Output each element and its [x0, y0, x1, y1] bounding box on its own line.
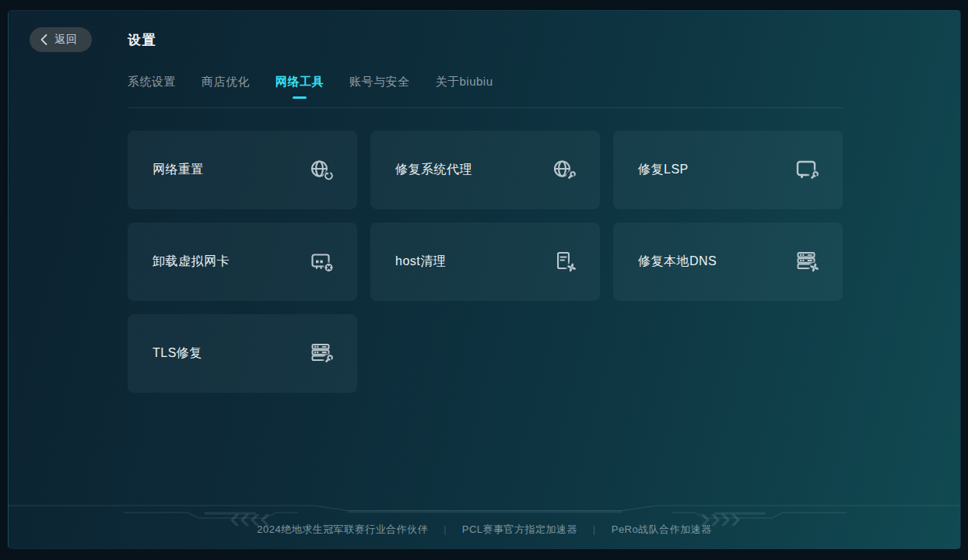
- card-label: 卸载虚拟网卡: [153, 254, 230, 270]
- footer-separator: |: [444, 524, 447, 535]
- tab-label: 账号与安全: [349, 75, 410, 89]
- card-label: 修复LSP: [638, 162, 689, 178]
- card-label: TLS修复: [153, 345, 202, 362]
- active-tab-underline: [373, 96, 387, 99]
- tab-store-optimization[interactable]: 商店优化: [202, 75, 250, 99]
- footer-partner-item: PeRo战队合作加速器: [612, 523, 712, 537]
- tab-network-tools[interactable]: 网络工具: [275, 75, 324, 99]
- footer-partner-item: PCL赛事官方指定加速器: [462, 523, 577, 537]
- card-label: 修复本地DNS: [638, 254, 717, 270]
- footer: 2024绝地求生冠军联赛行业合作伙伴 | PCL赛事官方指定加速器 | PeRo…: [9, 500, 960, 548]
- card-fix-system-proxy[interactable]: 修复系统代理: [370, 131, 600, 209]
- active-tab-underline: [145, 96, 159, 99]
- tab-label: 系统设置: [128, 75, 176, 89]
- tab-label: 商店优化: [202, 75, 250, 89]
- page-title: 设置: [128, 31, 156, 49]
- server-wrench-icon: [309, 341, 335, 366]
- document-clean-icon: [552, 250, 578, 275]
- card-host-cleanup[interactable]: host清理: [370, 222, 600, 301]
- monitor-wrench-icon: [794, 158, 821, 183]
- card-fix-local-dns[interactable]: 修复本地DNS: [613, 222, 843, 301]
- card-tls-repair[interactable]: TLS修复: [128, 314, 357, 393]
- network-card-remove-icon: [309, 250, 335, 275]
- active-tab-underline: [219, 96, 233, 99]
- active-tab-underline: [293, 96, 307, 99]
- footer-separator: |: [593, 524, 596, 535]
- card-label: 修复系统代理: [395, 162, 472, 178]
- footer-partner-item: 2024绝地求生冠军联赛行业合作伙伴: [257, 523, 428, 537]
- tab-account-security[interactable]: 账号与安全: [349, 75, 410, 99]
- back-button[interactable]: 返回: [30, 27, 92, 52]
- card-uninstall-virtual-nic[interactable]: 卸载虚拟网卡: [128, 222, 357, 301]
- tabs-bar: 系统设置 商店优化 网络工具 账号与安全 关于biubiu: [128, 75, 493, 99]
- tabs-divider: [128, 107, 843, 108]
- card-fix-lsp[interactable]: 修复LSP: [613, 131, 843, 209]
- globe-refresh-icon: [309, 158, 335, 183]
- active-tab-underline: [458, 96, 472, 99]
- tab-about-biubiu[interactable]: 关于biubiu: [436, 75, 493, 99]
- tab-label: 网络工具: [275, 75, 324, 89]
- server-clean-icon: [794, 250, 821, 275]
- back-chevron-icon: [40, 34, 47, 45]
- back-button-label: 返回: [54, 33, 78, 47]
- card-label: 网络重置: [153, 162, 204, 178]
- card-network-reset[interactable]: 网络重置: [128, 131, 357, 209]
- globe-wrench-icon: [552, 158, 578, 183]
- settings-window: 返回 设置 系统设置 商店优化 网络工具 账号与安全 关于biubiu 网络重置: [8, 10, 961, 549]
- tab-label: 关于biubiu: [436, 75, 493, 89]
- card-label: host清理: [395, 254, 446, 270]
- tab-system-settings[interactable]: 系统设置: [128, 75, 176, 99]
- footer-partners: 2024绝地求生冠军联赛行业合作伙伴 | PCL赛事官方指定加速器 | PeRo…: [9, 523, 960, 537]
- tools-grid: 网络重置 修复系统代理: [128, 131, 843, 393]
